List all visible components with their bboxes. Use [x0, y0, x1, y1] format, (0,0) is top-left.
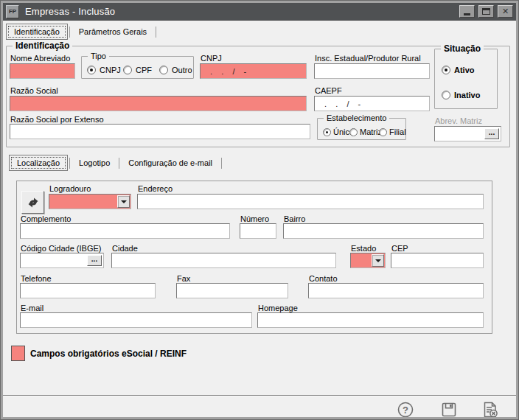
endereco-label: Endereço — [138, 184, 173, 193]
radio-tipo-outro[interactable]: Outro — [159, 66, 192, 74]
caepf-field[interactable]: . . / - — [314, 96, 430, 111]
homepage-label: Homepage — [258, 304, 298, 312]
swap-arrows-icon — [26, 195, 41, 210]
abrev-matriz-label: Abrev. Matriz — [435, 116, 482, 125]
logradouro-label: Logradouro — [49, 184, 91, 193]
radio-icon — [379, 128, 387, 136]
cep-field[interactable] — [391, 253, 484, 268]
radio-icon — [87, 66, 96, 74]
bairro-label: Bairro — [284, 214, 305, 223]
minimize-button[interactable] — [459, 5, 475, 18]
logradouro-combobox[interactable] — [49, 194, 131, 209]
razao-extenso-field[interactable] — [10, 124, 310, 139]
tab-separator — [69, 158, 70, 169]
tab-identificacao[interactable]: Identificação — [6, 24, 68, 40]
nome-abreviado-field[interactable] — [10, 63, 75, 79]
title-bar: FP Empresas - Inclusão ✕ — [2, 2, 517, 21]
radio-tipo-cpf[interactable]: CPF — [123, 66, 152, 74]
tab-logotipo[interactable]: Logotipo — [72, 155, 117, 170]
insc-estadual-label: Insc. Estadual/Produtor Rural — [315, 54, 421, 63]
help-button[interactable]: ? — [396, 400, 415, 419]
email-field[interactable] — [20, 312, 252, 328]
radio-icon — [159, 66, 168, 74]
tab-parametros-gerais[interactable]: Parâmetros Gerais — [72, 24, 154, 39]
tab-configuracao-email[interactable]: Configuração de e-mail — [121, 155, 220, 170]
radio-situacao-inativo[interactable]: Inativo — [442, 91, 480, 99]
legend-text: Campos obrigatórios eSocial / REINF — [30, 349, 187, 358]
maximize-button[interactable] — [478, 5, 494, 18]
telefone-field[interactable] — [20, 283, 156, 298]
sub-tabstrip: Localização Logotipo Configuração de e-m… — [9, 155, 223, 171]
fax-label: Fax — [177, 274, 190, 283]
telefone-label: Telefone — [21, 274, 52, 283]
abrev-matriz-browse-button[interactable]: ... — [484, 128, 499, 139]
cnpj-field[interactable]: . . / - — [200, 63, 307, 79]
maximize-icon — [482, 8, 490, 15]
razao-social-label: Razão Social — [10, 86, 58, 95]
cidade-label: Cidade — [112, 244, 138, 253]
situacao-group-label: Situação — [441, 43, 484, 54]
estabelecimento-group-label: Estabelecimento — [324, 113, 389, 123]
cep-label: CEP — [391, 244, 408, 253]
complemento-label: Complemento — [21, 214, 71, 223]
svg-text:?: ? — [403, 405, 408, 416]
estado-combobox[interactable] — [350, 253, 386, 268]
caepf-mask: . . / - — [317, 99, 362, 108]
cancel-button[interactable] — [481, 400, 500, 419]
required-field-swatch — [11, 346, 25, 361]
email-label: E-mail — [21, 304, 43, 312]
tipo-group-label: Tipo — [88, 51, 109, 61]
codigo-cidade-label: Código Cidade (IBGE) — [21, 244, 101, 253]
main-tabstrip: Identificação Parâmetros Gerais — [6, 24, 158, 40]
numero-label: Número — [240, 214, 269, 223]
caepf-label: CAEPF — [315, 86, 342, 95]
window-title: Empresas - Inclusão — [25, 6, 115, 17]
radio-icon — [123, 66, 132, 74]
homepage-field[interactable] — [257, 312, 484, 328]
radio-label: CNPJ — [100, 66, 121, 74]
logradouro-dropdown-button[interactable] — [117, 195, 130, 208]
radio-icon — [442, 91, 450, 99]
insc-estadual-field[interactable] — [314, 63, 430, 79]
radio-tipo-cnpj[interactable]: CNPJ — [87, 66, 121, 74]
radio-label: Ativo — [454, 66, 475, 74]
minimize-icon — [464, 13, 470, 15]
tab-separator — [119, 158, 119, 169]
radio-icon — [349, 128, 358, 136]
tab-separator — [69, 27, 70, 38]
radio-icon — [323, 128, 331, 136]
bairro-field[interactable] — [283, 223, 484, 239]
tab-separator — [156, 27, 156, 38]
close-icon: ✕ — [502, 7, 509, 15]
complemento-field[interactable] — [20, 223, 230, 239]
estado-label: Estado — [351, 244, 376, 253]
chevron-down-icon — [375, 259, 381, 262]
radio-label: Outro — [172, 66, 192, 74]
cnpj-label: CNPJ — [201, 54, 222, 63]
razao-extenso-label: Razão Social por Extenso — [10, 115, 104, 124]
estado-dropdown-button[interactable] — [372, 254, 384, 267]
radio-situacao-ativo[interactable]: Ativo — [442, 66, 475, 74]
cnpj-mask: . . / - — [203, 67, 248, 76]
tab-separator — [221, 158, 222, 169]
fax-field[interactable] — [176, 283, 288, 298]
footer-divider — [2, 395, 517, 396]
cidade-field[interactable] — [111, 253, 336, 268]
save-button[interactable] — [439, 400, 459, 419]
app-window: FP Empresas - Inclusão ✕ Identificação P… — [0, 0, 519, 420]
radio-label: CPF — [136, 66, 152, 74]
nome-abreviado-label: Nome Abreviado — [10, 54, 70, 63]
radio-icon — [442, 66, 450, 74]
numero-field[interactable] — [240, 223, 276, 239]
tab-localizacao[interactable]: Localização — [9, 155, 68, 171]
contato-field[interactable] — [308, 283, 484, 298]
swap-address-button[interactable] — [21, 191, 44, 214]
radio-estab-matriz[interactable]: Matriz — [349, 127, 382, 136]
endereco-field[interactable] — [137, 194, 484, 209]
close-button[interactable]: ✕ — [498, 5, 513, 18]
codigo-cidade-browse-button[interactable]: ... — [87, 255, 102, 266]
identificacao-group-label: Identificação — [13, 41, 72, 51]
razao-social-field[interactable] — [10, 96, 307, 111]
radio-label: Filial — [389, 127, 406, 136]
radio-estab-filial[interactable]: Filial — [379, 127, 406, 136]
